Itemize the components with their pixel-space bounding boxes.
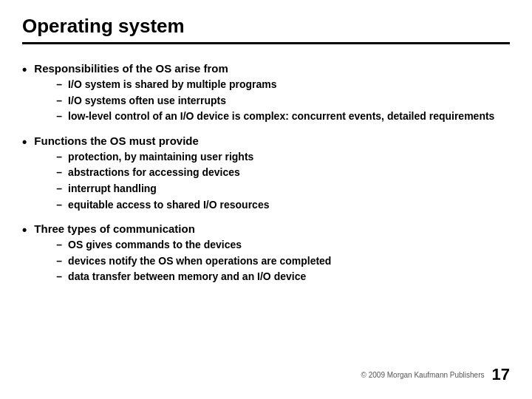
bullet-3-sub-3: – data transfer between memory and an I/… <box>56 270 331 284</box>
dash-icon: – <box>56 94 62 109</box>
bullet-3-label: Three types of communication <box>34 222 195 235</box>
bullet-1: • Responsibilities of the OS arise from … <box>22 61 510 124</box>
bullet-2-dot: • <box>22 133 27 151</box>
bullet-2-sub-2: – abstractions for accessing devices <box>56 166 269 180</box>
bullet-1-label: Responsibilities of the OS arise from <box>34 62 228 75</box>
bullet-3-subitems: – OS gives commands to the devices – dev… <box>56 238 331 284</box>
slide-footer: © 2009 Morgan Kaufmann Publishers 17 <box>22 361 510 384</box>
copyright-text: © 2009 Morgan Kaufmann Publishers <box>361 371 485 379</box>
dash-icon: – <box>56 78 62 92</box>
bullet-1-sub-1: – I/O system is shared by multiple progr… <box>56 78 494 92</box>
dash-icon: – <box>56 182 62 197</box>
bullet-2-sub-4: – equitable access to shared I/O resourc… <box>56 198 269 213</box>
page-number: 17 <box>492 365 510 384</box>
bullet-1-sub-2: – I/O systems often use interrupts <box>56 94 494 109</box>
dash-icon: – <box>56 198 62 213</box>
dash-icon: – <box>56 166 62 180</box>
bullet-3: • Three types of communication – OS give… <box>22 221 510 284</box>
dash-icon: – <box>56 109 62 124</box>
bullet-3-dot: • <box>22 221 27 239</box>
bullet-3-sub-2: – devices notify the OS when operations … <box>56 254 331 269</box>
dash-icon: – <box>56 270 62 284</box>
dash-icon: – <box>56 150 62 165</box>
bullet-1-dot: • <box>22 61 27 79</box>
bullet-2-sub-3: – interrupt handling <box>56 182 269 197</box>
bullet-2: • Functions the OS must provide – protec… <box>22 133 510 212</box>
dash-icon: – <box>56 238 62 253</box>
bullet-1-sub-3: – low-level control of an I/O device is … <box>56 109 494 124</box>
bullet-2-sub-1: – protection, by maintaining user rights <box>56 150 269 165</box>
slide-content: • Responsibilities of the OS arise from … <box>22 49 510 361</box>
bullet-2-subitems: – protection, by maintaining user rights… <box>56 150 269 212</box>
slide: Operating system • Responsibilities of t… <box>0 0 532 399</box>
dash-icon: – <box>56 254 62 269</box>
slide-title: Operating system <box>22 15 510 44</box>
bullet-1-subitems: – I/O system is shared by multiple progr… <box>56 78 494 124</box>
bullet-3-sub-1: – OS gives commands to the devices <box>56 238 331 253</box>
bullet-2-label: Functions the OS must provide <box>34 134 199 147</box>
